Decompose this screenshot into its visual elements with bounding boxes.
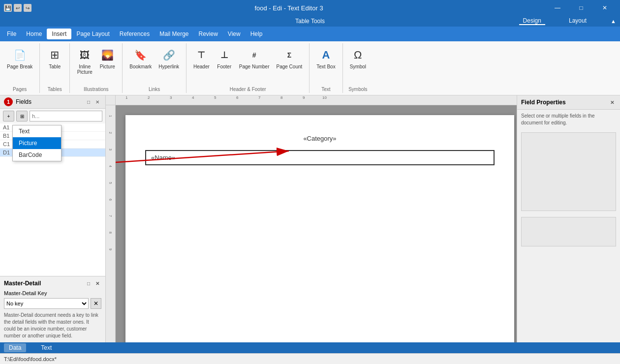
page-number-btn[interactable]: # Page Number <box>236 45 273 71</box>
menu-view[interactable]: View <box>223 29 246 39</box>
master-detail-key-select[interactable]: No key <box>4 298 89 309</box>
fields-panel-restore-btn[interactable]: □ <box>85 98 93 106</box>
doc-scroll-area[interactable]: «Category» «Name» <box>116 105 517 342</box>
menu-page-layout[interactable]: Page Layout <box>71 29 114 39</box>
hyperlink-label: Hyperlink <box>158 64 179 69</box>
header-footer-group-label: Header & Footer <box>190 85 305 92</box>
header-btn[interactable]: ⊤ Header <box>190 45 213 71</box>
bookmark-label: Bookmark <box>129 64 152 69</box>
key-select-row: No key ✕ <box>4 298 101 309</box>
v-mark-4: 4 <box>109 165 112 167</box>
inline-picture-btn[interactable]: 🖼 InlinePicture <box>74 45 95 77</box>
doc-area[interactable]: 1 2 3 4 5 6 7 8 9 10 1 2 3 4 5 6 7 <box>106 95 517 342</box>
menu-insert[interactable]: Insert <box>47 29 71 39</box>
ruler-mark-4: 4 <box>192 95 194 100</box>
text-group-label: Text <box>313 85 338 92</box>
menu-home[interactable]: Home <box>21 29 47 39</box>
table-tab-group: Design Layout <box>519 17 590 25</box>
fields-panel-close-btn[interactable]: ✕ <box>93 98 101 106</box>
text-box-btn[interactable]: A Text Box <box>313 45 338 71</box>
ribbon-group-symbols: Ω Symbol Symbols <box>343 43 373 93</box>
links-items: 🔖 Bookmark 🔗 Hyperlink <box>126 44 182 85</box>
page-count-btn[interactable]: Σ Page Count <box>273 45 305 71</box>
master-detail-restore-btn[interactable]: □ <box>85 279 93 287</box>
v-mark-9: 9 <box>109 248 112 250</box>
header-label: Header <box>193 64 210 69</box>
fields-panel-header: 1 Fields □ ✕ <box>0 95 105 109</box>
layout-tab[interactable]: Layout <box>565 17 590 25</box>
add-field-btn[interactable]: + Text Picture BarCode <box>3 111 14 121</box>
page-break-label: Page Break <box>7 64 32 69</box>
field-cell-b1: B1 <box>3 133 13 139</box>
menu-bar: File Home Insert Page Layout References … <box>0 27 620 41</box>
master-detail-close-btn[interactable]: ✕ <box>93 279 101 287</box>
page-count-icon: Σ <box>281 47 297 63</box>
close-btn[interactable]: ✕ <box>593 0 616 16</box>
menu-help[interactable]: Help <box>246 29 268 39</box>
quick-access-icon: 💾 <box>4 4 12 12</box>
ruler-mark-10: 10 <box>322 95 327 100</box>
status-tab-data[interactable]: Data <box>4 343 26 352</box>
ruler-mark-9: 9 <box>303 95 305 100</box>
footer-icon: ⊥ <box>217 47 232 63</box>
fields-header-left: 1 Fields <box>4 97 31 106</box>
bookmark-btn[interactable]: 🔖 Bookmark <box>126 45 155 71</box>
page-count-label: Page Count <box>276 64 302 69</box>
window-controls: — □ ✕ <box>546 0 616 16</box>
symbol-btn[interactable]: Ω Symbol <box>347 45 369 71</box>
file-path: T:\Edi\food\food.docx* <box>4 356 57 362</box>
ribbon-group-illustrations: 🖼 InlinePicture 🌄 Picture Illustrations <box>70 43 123 93</box>
fields-badge: 1 <box>4 97 13 106</box>
bookmark-icon: 🔖 <box>133 47 149 63</box>
master-detail-title: Master-Detail □ ✕ <box>4 279 101 287</box>
undo-icon[interactable]: ↩ <box>14 4 22 12</box>
master-detail-description: Master-Detail document needs a key to li… <box>4 312 101 339</box>
menu-references[interactable]: References <box>115 29 155 39</box>
dropdown-item-picture[interactable]: Picture <box>13 137 61 149</box>
symbols-items: Ω Symbol <box>347 44 369 85</box>
picture-btn[interactable]: 🌄 Picture <box>96 45 118 71</box>
ruler-marks: 1 2 3 4 5 6 7 8 9 10 <box>116 95 517 105</box>
tables-items: ⊞ Table <box>44 44 65 85</box>
vertical-ruler: 1 2 3 4 5 6 7 8 9 <box>106 105 116 342</box>
fields-panel-controls: □ ✕ <box>85 98 101 106</box>
table-btn[interactable]: ⊞ Table <box>44 45 65 71</box>
maximize-btn[interactable]: □ <box>570 0 592 16</box>
design-tab[interactable]: Design <box>519 17 545 25</box>
redo-icon[interactable]: ↪ <box>24 4 31 12</box>
status-tab-text[interactable]: Text <box>36 343 57 352</box>
svg-line-1 <box>116 151 289 166</box>
ribbon-group-header-footer: ⊤ Header ⊥ Footer # Page Number Σ Page C… <box>186 43 310 93</box>
minimize-btn[interactable]: — <box>546 0 569 16</box>
symbol-label: Symbol <box>350 64 366 69</box>
field-props-header: Field Properties ✕ <box>517 95 620 110</box>
title-bar: 💾 ↩ ↪ food - Edi - Text Editor 3 — □ ✕ <box>0 0 620 16</box>
fields-search-input[interactable] <box>30 111 102 121</box>
fields-toolbar: + Text Picture BarCode ⊞ <box>0 109 105 123</box>
ruler-corner <box>106 95 116 105</box>
v-mark-3: 3 <box>109 149 112 151</box>
footer-btn[interactable]: ⊥ Footer <box>214 45 235 71</box>
menu-mail-merge[interactable]: Mail Merge <box>155 29 193 39</box>
field-cell-d1: D1 <box>3 150 13 155</box>
fields-title: Fields <box>16 98 31 105</box>
dropdown-item-barcode[interactable]: BarCode <box>13 149 61 161</box>
page-break-btn[interactable]: 📄 Page Break <box>4 45 35 71</box>
menu-review[interactable]: Review <box>194 29 223 39</box>
footer-label: Footer <box>217 64 231 69</box>
ruler-mark-6: 6 <box>236 95 238 100</box>
menu-file[interactable]: File <box>2 29 21 39</box>
field-props-box-1 <box>521 132 616 211</box>
key-clear-btn[interactable]: ✕ <box>91 298 101 309</box>
table-label: Table <box>49 64 61 69</box>
hyperlink-btn[interactable]: 🔗 Hyperlink <box>155 45 182 71</box>
doc-wrapper: «Category» «Name» <box>116 105 517 342</box>
text-items: A Text Box <box>313 44 338 85</box>
field-props-box-2 <box>521 217 616 246</box>
collapse-ribbon-btn[interactable]: ▲ <box>611 18 616 24</box>
dropdown-item-text[interactable]: Text <box>13 125 61 137</box>
symbols-group-label: Symbols <box>347 85 369 92</box>
picture-label: Picture <box>100 64 115 69</box>
grid-view-btn[interactable]: ⊞ <box>16 111 28 121</box>
field-props-close-btn[interactable]: ✕ <box>608 98 616 106</box>
